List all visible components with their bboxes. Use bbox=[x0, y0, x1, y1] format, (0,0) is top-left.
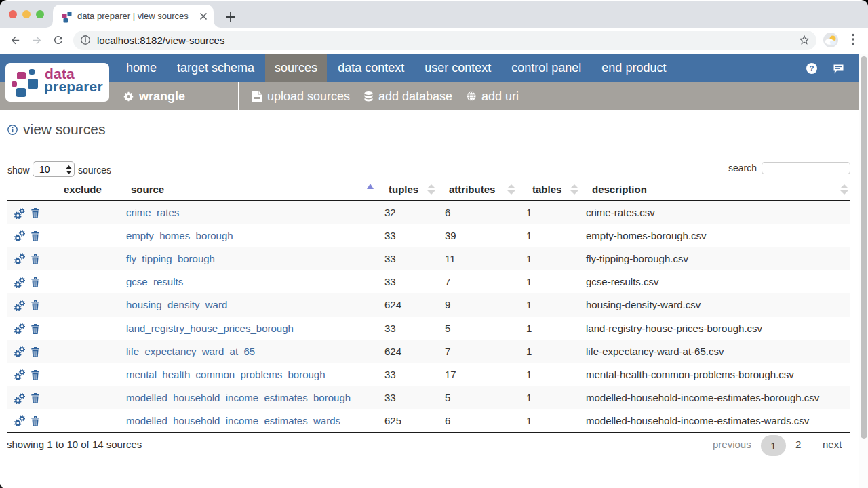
svg-text:?: ? bbox=[809, 64, 814, 73]
